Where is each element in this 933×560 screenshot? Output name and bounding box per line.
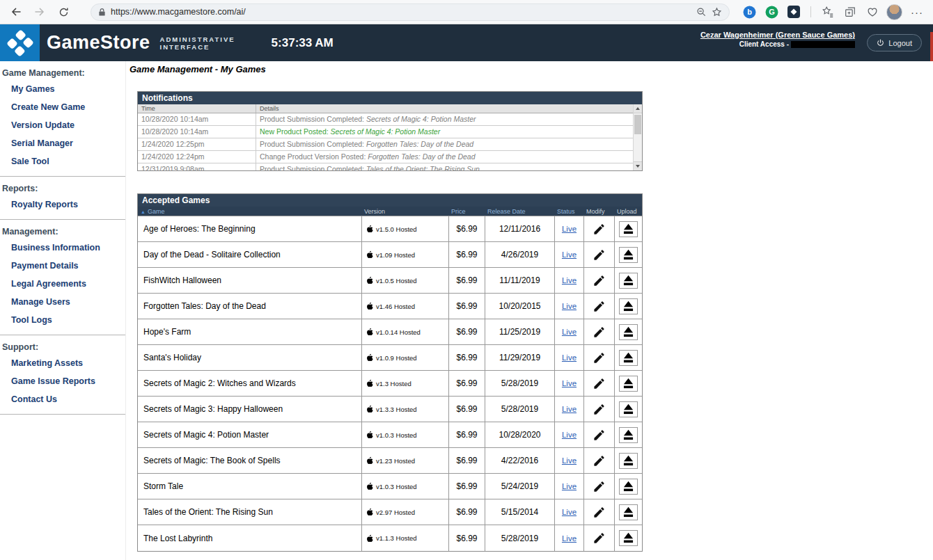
modify-button[interactable] xyxy=(593,223,606,236)
notifications-scrollbar[interactable] xyxy=(633,104,642,170)
column-header-details[interactable]: Details xyxy=(256,104,633,113)
status-live-link[interactable]: Live xyxy=(562,405,577,413)
modify-button[interactable] xyxy=(593,506,606,519)
status-live-link[interactable]: Live xyxy=(562,225,577,233)
upload-button[interactable] xyxy=(619,504,638,520)
column-header-version[interactable]: Version xyxy=(361,207,448,217)
favorite-star-icon[interactable] xyxy=(712,7,722,17)
upload-button[interactable] xyxy=(619,247,638,263)
sidebar-section-game-management: Game Management:My GamesCreate New GameV… xyxy=(0,61,125,177)
column-header-time[interactable]: Time xyxy=(138,104,256,113)
column-header-upload[interactable]: Upload xyxy=(614,207,642,217)
sidebar-item-serial-manager[interactable]: Serial Manager xyxy=(0,134,125,152)
browser-essentials-icon[interactable] xyxy=(864,3,881,20)
sidebar-item-version-update[interactable]: Version Update xyxy=(0,116,125,134)
upload-button[interactable] xyxy=(619,273,638,289)
status-live-link[interactable]: Live xyxy=(562,379,577,387)
refresh-button[interactable] xyxy=(54,3,72,21)
more-menu-icon[interactable]: ··· xyxy=(908,6,926,18)
notification-detail: Change Product Version Posted: Forgotten… xyxy=(256,151,633,163)
sidebar-item-tool-logs[interactable]: Tool Logs xyxy=(0,311,125,329)
game-status-cell: Live xyxy=(554,397,583,422)
upload-button[interactable] xyxy=(619,453,638,469)
sidebar-section-title: Game Management: xyxy=(0,63,125,80)
upload-button[interactable] xyxy=(619,298,638,314)
sidebar-item-legal-agreements[interactable]: Legal Agreements xyxy=(0,275,125,293)
favorites-bar-icon[interactable] xyxy=(820,3,836,20)
modify-button[interactable] xyxy=(593,531,606,545)
modify-button[interactable] xyxy=(593,300,606,313)
sidebar-item-game-issue-reports[interactable]: Game Issue Reports xyxy=(0,372,125,390)
gamestore-logo[interactable] xyxy=(0,24,40,61)
upload-button[interactable] xyxy=(619,324,638,340)
status-live-link[interactable]: Live xyxy=(562,534,577,543)
column-header-status[interactable]: Status xyxy=(554,207,583,217)
game-modify-cell xyxy=(583,345,614,370)
sidebar-item-sale-tool[interactable]: Sale Tool xyxy=(0,152,125,170)
status-live-link[interactable]: Live xyxy=(562,431,577,439)
zoom-icon[interactable] xyxy=(696,7,707,17)
status-live-link[interactable]: Live xyxy=(562,482,577,490)
scroll-down-button[interactable] xyxy=(634,161,642,170)
column-header-release-date[interactable]: Release Date xyxy=(485,207,554,217)
back-button[interactable] xyxy=(7,3,25,21)
modify-button[interactable] xyxy=(593,274,606,287)
profile-avatar[interactable] xyxy=(886,4,902,20)
modify-button[interactable] xyxy=(593,351,606,365)
sidebar-item-marketing-assets[interactable]: Marketing Assets xyxy=(0,354,125,372)
game-status-cell: Live xyxy=(554,474,583,499)
sidebar-item-contact-us[interactable]: Contact Us xyxy=(0,390,125,408)
game-version: v1.0.9 Hosted xyxy=(361,345,448,370)
sidebar-item-my-games[interactable]: My Games xyxy=(0,80,125,98)
extension-green-icon[interactable]: G xyxy=(763,3,780,20)
sidebar-item-manage-users[interactable]: Manage Users xyxy=(0,293,125,311)
sidebar-item-business-information[interactable]: Business Information xyxy=(0,239,125,257)
upload-button[interactable] xyxy=(619,479,638,495)
scroll-up-button[interactable] xyxy=(634,104,642,113)
modify-button[interactable] xyxy=(593,454,606,467)
notification-game-title: Tales of the Orient: The Rising Sun xyxy=(366,165,480,170)
upload-button[interactable] xyxy=(619,401,638,417)
url-text[interactable]: https://www.macgamestore.com/ai/ xyxy=(111,7,691,17)
sidebar-item-royalty-reports[interactable]: Royalty Reports xyxy=(0,195,125,214)
modify-button[interactable] xyxy=(593,377,606,390)
logout-button[interactable]: Logout xyxy=(867,34,922,51)
notification-row: 1/24/2020 12:25pmProduct Submission Comp… xyxy=(138,138,633,151)
status-live-link[interactable]: Live xyxy=(562,276,577,285)
status-live-link[interactable]: Live xyxy=(562,353,577,362)
user-link[interactable]: Cezar Wagenheimer (Green Sauce Games) xyxy=(700,31,855,39)
upload-button[interactable] xyxy=(619,427,638,443)
upload-button[interactable] xyxy=(619,530,638,546)
scrollbar-thumb[interactable] xyxy=(634,115,641,134)
column-header-price[interactable]: Price xyxy=(448,207,485,217)
modify-button[interactable] xyxy=(593,403,606,416)
modify-button[interactable] xyxy=(593,429,606,442)
collections-icon[interactable] xyxy=(842,3,858,20)
sidebar-item-payment-details[interactable]: Payment Details xyxy=(0,257,125,275)
apple-icon xyxy=(366,508,373,516)
logo-title: GameStore xyxy=(47,32,150,54)
extension-dark-icon[interactable] xyxy=(785,3,802,20)
modify-button[interactable] xyxy=(593,326,606,339)
address-bar[interactable]: https://www.macgamestore.com/ai/ xyxy=(91,3,730,21)
status-live-link[interactable]: Live xyxy=(562,302,577,310)
accepted-games-column-header: ▲Game Version Price Release Date Status … xyxy=(138,207,642,216)
status-live-link[interactable]: Live xyxy=(562,508,577,516)
status-live-link[interactable]: Live xyxy=(562,328,577,336)
column-header-modify[interactable]: Modify xyxy=(583,207,614,217)
pencil-icon xyxy=(593,506,606,519)
modify-button[interactable] xyxy=(593,248,606,262)
forward-button[interactable] xyxy=(31,3,49,21)
extension-blue-icon[interactable]: b xyxy=(741,3,758,20)
column-header-game[interactable]: ▲Game xyxy=(138,207,361,217)
notification-event: Change Product Version Posted: xyxy=(260,152,368,161)
client-ip-redacted xyxy=(791,41,855,48)
upload-button[interactable] xyxy=(619,221,638,237)
upload-button[interactable] xyxy=(619,350,638,366)
game-modify-cell xyxy=(583,499,614,525)
upload-button[interactable] xyxy=(619,376,638,392)
status-live-link[interactable]: Live xyxy=(562,456,577,465)
sidebar-item-create-new-game[interactable]: Create New Game xyxy=(0,98,125,116)
modify-button[interactable] xyxy=(593,480,606,493)
status-live-link[interactable]: Live xyxy=(562,250,577,259)
